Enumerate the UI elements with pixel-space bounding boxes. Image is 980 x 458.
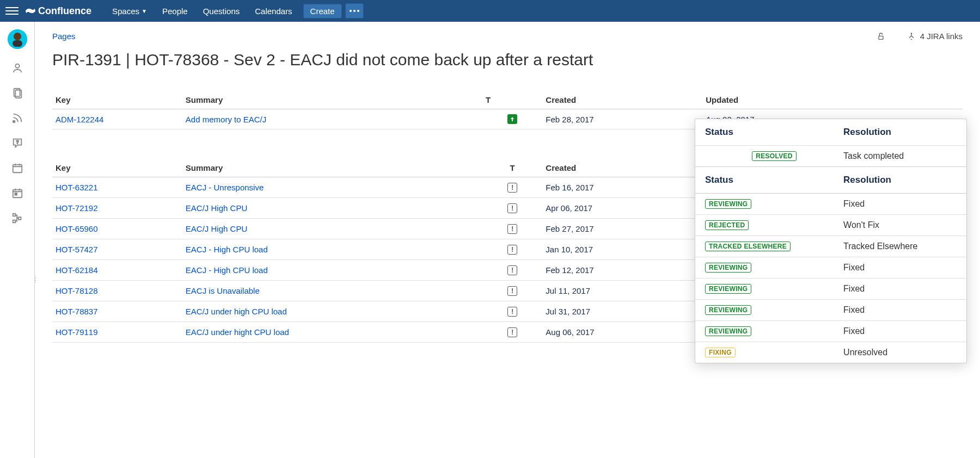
person-icon[interactable] — [11, 62, 23, 74]
th-created[interactable]: Created — [542, 159, 702, 177]
th-summary[interactable]: Summary — [182, 91, 482, 109]
nav-people[interactable]: People — [155, 0, 195, 22]
breadcrumb-pages[interactable]: Pages — [52, 32, 76, 41]
th-summary[interactable]: Summary — [182, 159, 482, 177]
cell-summary: EAC/J High CPU — [182, 198, 482, 219]
top-nav: Confluence Spaces▼ People Questions Cale… — [0, 0, 980, 22]
cell-key: HOT-78837 — [52, 301, 182, 322]
questions-icon[interactable]: ? — [11, 137, 23, 149]
th-key[interactable]: Key — [52, 91, 182, 109]
status-lozenge: REVIEWING — [705, 284, 751, 294]
status-lozenge: FIXING — [705, 348, 736, 357]
cell-created: Feb 28, 2017 — [542, 109, 702, 129]
issue-key-link[interactable]: HOT-57427 — [56, 245, 98, 254]
nav-people-label: People — [162, 7, 188, 16]
issue-key-link[interactable]: ADM-122244 — [56, 115, 103, 124]
issue-summary-link[interactable]: EAC/J High CPU — [186, 203, 247, 213]
resolution-text: Won't Fix — [843, 220, 879, 230]
panel-row: TRACKED ELSEWHERETracked Elsewhere — [695, 236, 966, 257]
issue-key-link[interactable]: HOT-78128 — [56, 286, 98, 295]
create-button[interactable]: Create — [303, 4, 342, 18]
calendar-icon[interactable] — [11, 162, 23, 174]
cell-created: Feb 16, 2017 — [542, 177, 702, 198]
cell-type: ! — [482, 219, 542, 239]
issue-key-link[interactable]: HOT-62184 — [56, 265, 98, 275]
th-type[interactable]: T — [482, 91, 542, 109]
jira-links-label: 4 JIRA links — [920, 32, 963, 41]
nav-questions-label: Questions — [203, 7, 240, 16]
panel-resolution-header: Resolution — [843, 127, 891, 138]
issue-key-link[interactable]: HOT-65960 — [56, 224, 98, 233]
cell-created: Jul 11, 2017 — [542, 281, 702, 301]
issue-summary-link[interactable]: EAC/J under hight CPU load — [186, 327, 289, 337]
cell-created: Jul 31, 2017 — [542, 301, 702, 322]
issue-summary-link[interactable]: EACJ - High CPU load — [186, 265, 268, 275]
status-lozenge: REVIEWING — [705, 263, 751, 273]
calendar2-icon[interactable] — [11, 187, 23, 199]
sidebar-resize-handle[interactable]: ⋮⋮ — [33, 277, 38, 282]
cell-summary: EAC/J under hight CPU load — [182, 322, 482, 343]
svg-rect-12 — [13, 220, 15, 223]
more-actions-button[interactable] — [345, 3, 364, 18]
alert-icon: ! — [507, 183, 517, 193]
svg-rect-10 — [15, 193, 17, 195]
resolution-text: Fixed — [843, 284, 865, 294]
cell-key: HOT-63221 — [52, 177, 182, 198]
issue-key-link[interactable]: HOT-79119 — [56, 327, 98, 337]
issue-summary-link[interactable]: EACJ - High CPU load — [186, 245, 268, 254]
resolution-text: Task completed — [843, 151, 904, 161]
cell-created: Feb 27, 2017 — [542, 219, 702, 239]
nav-questions[interactable]: Questions — [195, 0, 248, 22]
cell-type: ! — [482, 177, 542, 198]
cell-summary: EACJ - High CPU load — [182, 239, 482, 260]
issue-key-link[interactable]: HOT-63221 — [56, 183, 98, 192]
th-type[interactable]: T — [482, 159, 542, 177]
issue-summary-link[interactable]: Add memory to EAC/J — [186, 115, 266, 124]
resolution-text: Unresolved — [843, 348, 887, 357]
cell-created: Aug 06, 2017 — [542, 322, 702, 343]
issue-summary-link[interactable]: EAC/J High CPU — [186, 224, 247, 233]
nav-calendars-label: Calendars — [255, 7, 292, 16]
cell-summary: EACJ is Unavailable — [182, 281, 482, 301]
nav-calendars[interactable]: Calendars — [247, 0, 299, 22]
nav-spaces[interactable]: Spaces▼ — [105, 0, 155, 22]
svg-point-6 — [13, 121, 15, 123]
issue-summary-link[interactable]: EACJ is Unavailable — [186, 286, 260, 295]
cell-type: ! — [482, 239, 542, 260]
cell-summary: EACJ - Unresponsive — [182, 177, 482, 198]
cell-summary: EAC/J under high CPU load — [182, 301, 482, 322]
issue-summary-link[interactable]: EAC/J under high CPU load — [186, 307, 287, 316]
brand-logo[interactable]: Confluence — [25, 5, 91, 17]
cell-key: HOT-78128 — [52, 281, 182, 301]
panel-resolution-header-2: Resolution — [843, 175, 891, 185]
th-key[interactable]: Key — [52, 159, 182, 177]
unlock-icon[interactable] — [877, 32, 885, 41]
jira-links[interactable]: 4 JIRA links — [907, 32, 963, 41]
resolution-text: Fixed — [843, 263, 865, 273]
alert-icon: ! — [507, 286, 517, 296]
cell-key: HOT-72192 — [52, 198, 182, 219]
app-switcher-icon[interactable] — [5, 4, 19, 17]
alert-icon: ! — [507, 265, 517, 275]
resolution-text: Tracked Elsewhere — [843, 242, 917, 251]
panel-row: REVIEWINGFixed — [695, 320, 966, 342]
svg-rect-2 — [13, 40, 22, 47]
issue-key-link[interactable]: HOT-78837 — [56, 307, 98, 316]
issue-summary-link[interactable]: EACJ - Unresponsive — [186, 183, 264, 192]
th-created[interactable]: Created — [542, 91, 702, 109]
issue-key-link[interactable]: HOT-72192 — [56, 203, 98, 213]
user-avatar[interactable] — [8, 29, 27, 49]
resolution-text: Fixed — [843, 305, 865, 315]
cell-type: ! — [482, 260, 542, 281]
svg-rect-13 — [18, 217, 21, 220]
pages-icon[interactable] — [11, 87, 23, 99]
confluence-icon — [25, 5, 36, 16]
panel-row: REVIEWINGFixed — [695, 299, 966, 320]
cell-created: Feb 12, 2017 — [542, 260, 702, 281]
breadcrumb-bar: Pages 4 JIRA links — [52, 32, 963, 41]
main-content: Pages 4 JIRA links PIR-1391 | HOT-78368 … — [35, 22, 980, 458]
panel-top-row: RESOLVED Task completed — [695, 145, 966, 166]
tree-icon[interactable] — [11, 212, 23, 224]
th-updated[interactable]: Updated — [702, 91, 862, 109]
blog-icon[interactable] — [11, 112, 23, 124]
